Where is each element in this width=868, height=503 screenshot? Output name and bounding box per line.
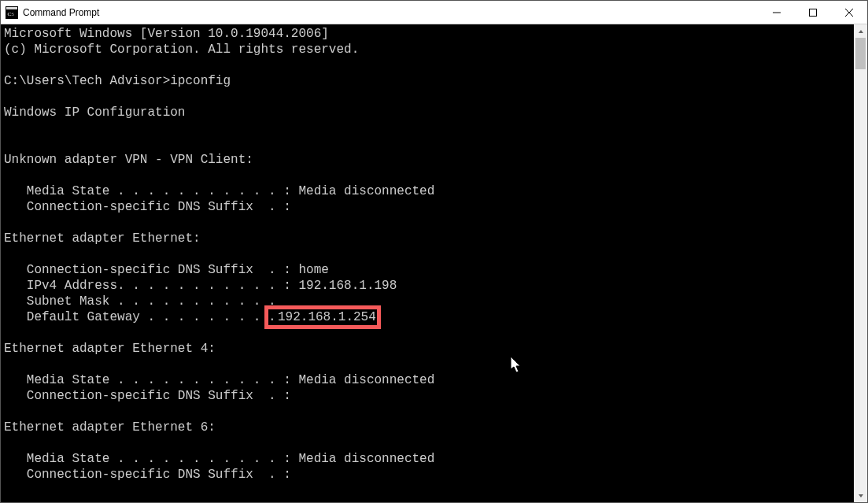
adapter-title: Unknown adapter VPN - VPN Client: [4,153,253,167]
scroll-up-arrow-icon[interactable] [854,24,867,38]
adapter-title: Ethernet adapter Ethernet 4: [4,342,216,356]
svg-marker-8 [859,494,863,497]
svg-rect-1 [6,7,17,9]
prompt-line: C:\Users\Tech Advisor>ipconfig [4,74,231,88]
window-controls [759,1,867,24]
vertical-scrollbar[interactable] [854,24,867,502]
terminal-area: Microsoft Windows [Version 10.0.19044.20… [1,24,867,502]
output-line: Media State . . . . . . . . . . . : Medi… [4,184,434,198]
output-line: Connection-specific DNS Suffix . : [4,389,291,403]
output-line: Connection-specific DNS Suffix . : [4,200,291,214]
adapter-title: Ethernet adapter Ethernet: [4,231,201,246]
output-line: Connection-specific DNS Suffix . : home [4,263,329,277]
titlebar-left: C:\ Command Prompt [1,6,99,19]
close-button[interactable] [831,1,867,24]
adapter-title: Ethernet adapter Ethernet 6: [4,420,216,435]
cmd-icon: C:\ [6,6,18,19]
output-line: Microsoft Windows [Version 10.0.19044.20… [4,27,329,41]
scroll-track[interactable] [854,38,867,489]
scroll-down-arrow-icon[interactable] [854,489,867,502]
output-line: Subnet Mask . . . . . . . . . . . [4,294,276,309]
command-prompt-window: C:\ Command Prompt Microsoft Windows [Ve… [0,0,868,503]
output-line: (c) Microsoft Corporation. All rights re… [4,43,359,57]
gateway-value: 192.168.1.254 [278,309,376,325]
maximize-button[interactable] [795,1,831,24]
output-header: Windows IP Configuration [4,105,185,120]
output-line: Connection-specific DNS Suffix . : [4,468,291,482]
output-line: IPv4 Address. . . . . . . . . . . : 192.… [4,279,397,293]
svg-rect-4 [810,9,817,16]
svg-text:C:\: C:\ [8,11,15,17]
output-line: Media State . . . . . . . . . . . : Medi… [4,373,434,387]
scroll-thumb[interactable] [855,38,866,69]
minimize-button[interactable] [759,1,795,24]
svg-marker-7 [859,30,863,33]
terminal-content[interactable]: Microsoft Windows [Version 10.0.19044.20… [1,24,854,502]
output-line: Media State . . . . . . . . . . . : Medi… [4,452,434,466]
output-line: Default Gateway . . . . . . . . . [4,310,276,324]
titlebar: C:\ Command Prompt [1,1,867,24]
window-title: Command Prompt [23,7,99,18]
